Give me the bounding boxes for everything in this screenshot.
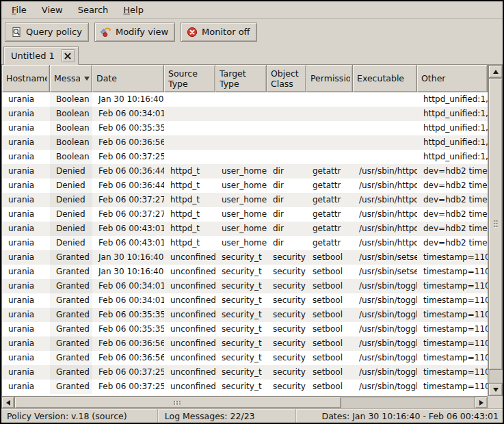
tab-close-button[interactable] [62, 49, 75, 62]
query-policy-button[interactable]: Query policy [5, 23, 89, 42]
cell: setbool [306, 336, 353, 351]
table-row[interactable]: uraniaGrantedFeb 06 00:37:25unconfined_s… [2, 365, 488, 380]
tab-untitled-1[interactable]: Untitled 1 [3, 47, 79, 65]
cell: setbool [306, 351, 353, 365]
column-header-permission[interactable]: Permission [306, 65, 353, 92]
horizontal-scroll-thumb[interactable] [14, 397, 341, 408]
cell: setbool [306, 293, 353, 308]
cell: getattr [306, 164, 353, 178]
horizontal-scrollbar[interactable] [1, 396, 488, 408]
cell: security [267, 336, 306, 351]
table-row[interactable]: uraniaDeniedFeb 06 00:37:27httpd_tuser_h… [2, 207, 488, 222]
cell: security [267, 265, 306, 279]
table-row[interactable]: uraniaDeniedFeb 06 00:36:44httpd_tuser_h… [2, 178, 488, 193]
table-row[interactable]: uraniaGrantedJan 30 10:16:40unconfined_s… [2, 250, 488, 265]
cell [215, 121, 267, 135]
cell: Granted [50, 250, 92, 265]
table-row[interactable]: uraniaGrantedFeb 06 00:35:35unconfined_s… [2, 322, 488, 336]
cell: urania [2, 92, 50, 107]
menu-file[interactable]: File [4, 2, 34, 18]
cell: urania [2, 107, 50, 121]
table-row[interactable]: uraniaGrantedFeb 06 00:36:56unconfined_s… [2, 351, 488, 365]
table-row[interactable]: uraniaDeniedFeb 06 00:43:01httpd_tuser_h… [2, 222, 488, 236]
cell: urania [2, 236, 50, 250]
scroll-up-button[interactable] [488, 65, 503, 78]
cell: timestamp=11076 [417, 322, 488, 336]
cell: urania [2, 150, 50, 164]
cell: dir [267, 222, 306, 236]
column-header-target-type[interactable]: Target Type [215, 65, 267, 92]
cell: Feb 06 00:43:01 [92, 222, 164, 236]
cell: Boolean [50, 150, 92, 164]
query-policy-label: Query policy [26, 27, 82, 37]
table-row[interactable]: uraniaBooleanFeb 06 00:34:01httpd_unifie… [2, 107, 488, 121]
vertical-scrollbar[interactable] [488, 65, 503, 396]
table-row[interactable]: uraniaDeniedFeb 06 00:36:44httpd_tuser_h… [2, 164, 488, 178]
cell: Feb 06 00:35:35 [92, 322, 164, 336]
menu-view[interactable]: View [34, 2, 70, 18]
cell: timestamp=11076 [417, 380, 488, 394]
cell [215, 135, 267, 150]
column-header-source-type[interactable]: Source Type [164, 65, 215, 92]
menu-search[interactable]: Search [70, 2, 116, 18]
cell: security_t [215, 293, 267, 308]
column-header-hostname[interactable]: Hostname [2, 65, 50, 92]
cell: unconfined_ [164, 308, 215, 322]
cell [353, 107, 417, 121]
cell: dir [267, 236, 306, 250]
table-row[interactable]: uraniaGrantedFeb 06 00:34:01unconfined_s… [2, 279, 488, 293]
column-header-other[interactable]: Other [417, 65, 488, 92]
cell: security_t [215, 365, 267, 380]
table-body: uraniaBooleanJan 30 10:16:40httpd_unifie… [2, 92, 488, 396]
table-row[interactable]: uraniaGrantedFeb 06 00:37:25unconfined_s… [2, 380, 488, 394]
cell: Jan 30 10:16:40 [92, 92, 164, 107]
cell: /usr/sbin/toggle [353, 380, 417, 394]
table-row[interactable]: uraniaGrantedFeb 06 00:35:35unconfined_s… [2, 308, 488, 322]
menu-help[interactable]: Help [116, 2, 151, 18]
cell: security [267, 365, 306, 380]
column-header-label: Date [96, 73, 117, 83]
table-row[interactable]: uraniaGrantedFeb 06 00:34:01unconfined_s… [2, 293, 488, 308]
cell: user_home_ [215, 178, 267, 193]
cell [267, 121, 306, 135]
monitor-off-button[interactable]: Monitor off [181, 23, 256, 42]
table-row[interactable]: uraniaGrantedFeb 06 00:36:56unconfined_s… [2, 336, 488, 351]
cell: /usr/sbin/toggle [353, 308, 417, 322]
table-row[interactable]: uraniaDeniedFeb 06 00:37:27httpd_tuser_h… [2, 193, 488, 207]
table-row[interactable]: uraniaGrantedJan 30 10:16:40unconfined_s… [2, 265, 488, 279]
table-row[interactable]: uraniaBooleanFeb 06 00:35:35httpd_unifie… [2, 121, 488, 135]
cell: urania [2, 250, 50, 265]
scroll-left-button[interactable] [1, 397, 14, 408]
table-row[interactable]: uraniaDeniedFeb 06 00:43:01httpd_tuser_h… [2, 236, 488, 250]
monitor-off-label: Monitor off [202, 27, 250, 37]
column-header-date[interactable]: Date [92, 65, 164, 92]
vertical-scroll-trough[interactable] [488, 78, 503, 383]
app-window: FileViewSearchHelp Query policy [0, 0, 504, 424]
cell [353, 92, 417, 107]
cell: Feb 06 00:36:44 [92, 164, 164, 178]
cell: Jan 30 10:16:40 [92, 250, 164, 265]
horizontal-scroll-trough[interactable] [14, 397, 475, 408]
cell [164, 150, 215, 164]
cell: httpd_t [164, 222, 215, 236]
table-row[interactable]: uraniaBooleanFeb 06 00:36:56httpd_unifie… [2, 135, 488, 150]
table-row[interactable]: uraniaBooleanJan 30 10:16:40httpd_unifie… [2, 92, 488, 107]
cell: Boolean [50, 135, 92, 150]
cell: Feb 06 00:35:35 [92, 308, 164, 322]
column-header-object-class[interactable]: Object Class [267, 65, 306, 92]
cell: Feb 06 00:37:27 [92, 193, 164, 207]
modify-view-button[interactable]: Modify view [94, 23, 175, 42]
cell: security_t [215, 279, 267, 293]
log-table: HostnameMessaDateSource TypeTarget TypeO… [1, 65, 503, 396]
cell: urania [2, 365, 50, 380]
column-header-label: Hostname [6, 73, 47, 83]
vertical-scroll-thumb[interactable] [488, 78, 503, 370]
scroll-down-button[interactable] [488, 383, 503, 396]
cell: urania [2, 222, 50, 236]
status-bar: Policy Version: v.18 (source) Log Messag… [1, 408, 503, 423]
table-row[interactable]: uraniaBooleanFeb 06 00:37:25httpd_unifie… [2, 150, 488, 164]
cell: httpd_t [164, 236, 215, 250]
column-header-messa[interactable]: Messa [50, 65, 92, 92]
column-header-executable[interactable]: Executable [353, 65, 417, 92]
scroll-right-button[interactable] [475, 397, 488, 408]
